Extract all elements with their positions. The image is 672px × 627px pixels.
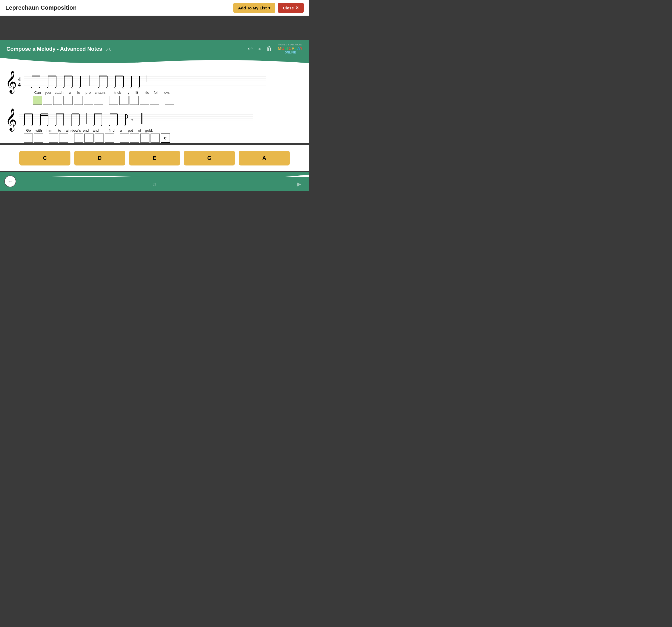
note-box-2-12[interactable]: [150, 133, 160, 143]
note-box-2-2[interactable]: [34, 133, 43, 143]
note-box-2-1[interactable]: [24, 133, 33, 143]
lyric-to: to: [55, 128, 65, 132]
speaker-icon[interactable]: ●: [258, 46, 261, 52]
lyric-rainbow: rain-bow's: [65, 128, 81, 132]
note-box-1-9[interactable]: [119, 96, 128, 105]
lyric-fellow: fel -: [151, 91, 162, 95]
lyric-find: find: [107, 128, 116, 132]
note-box-1-1[interactable]: [33, 96, 42, 105]
delete-button[interactable]: 🗑: [266, 45, 272, 52]
back-button[interactable]: ←: [4, 175, 16, 187]
lyric-tricky: trick -: [114, 91, 124, 95]
note-boxes-row-1: [33, 96, 304, 105]
note-button-d[interactable]: D: [74, 151, 125, 166]
note-box-2-3[interactable]: [49, 133, 58, 143]
lyric-with: with: [33, 128, 44, 132]
note-buttons-area: C D E G A: [0, 145, 309, 171]
svg-text:×: ×: [124, 124, 126, 128]
note-box-1-3[interactable]: [53, 96, 62, 105]
staff-notes-1: × × × × × × × × ×: [24, 71, 266, 90]
note-button-e[interactable]: E: [129, 151, 180, 166]
header: Leprechaun Composition Add To My List ▾ …: [0, 0, 309, 16]
note-box-2-5[interactable]: [74, 133, 83, 143]
lyrics-row-1: Can you catch a le - pre - chaun, trick …: [33, 91, 304, 95]
logo-subtitle: THEMES & VARIATIONS: [278, 44, 303, 46]
time-signature-1: 4 4: [18, 77, 21, 87]
svg-text:×: ×: [130, 86, 132, 90]
footer-notes-icon-right: ♫: [152, 181, 157, 187]
staff-notes-2: × × × × × × × ×: [19, 109, 253, 128]
note-box-2-c[interactable]: C: [161, 133, 170, 143]
note-box-2-10[interactable]: [130, 133, 139, 143]
staff-row-2: 𝄞 × × × × × ×: [5, 109, 304, 128]
notation-area: 𝄞 4 4 × × × ×: [0, 66, 309, 143]
lyric-end: end: [81, 128, 91, 132]
note-box-1-7[interactable]: [94, 96, 103, 105]
note-box-2-6[interactable]: [85, 133, 94, 143]
note-box-1-8[interactable]: [109, 96, 118, 105]
note-box-1-4[interactable]: [64, 96, 73, 105]
svg-text:×: ×: [79, 86, 81, 90]
note-box-2-9[interactable]: [120, 133, 129, 143]
note-box-1-13[interactable]: [165, 96, 174, 105]
note-box-2-7[interactable]: [95, 133, 104, 143]
note-box-1-6[interactable]: [84, 96, 93, 105]
close-icon: ✕: [295, 5, 299, 10]
treble-clef-2: 𝄞: [5, 109, 17, 130]
svg-text:×: ×: [39, 124, 41, 128]
add-to-list-label: Add To My List: [238, 6, 267, 10]
note-box-1-12[interactable]: [150, 96, 159, 105]
close-button[interactable]: Close ✕: [278, 3, 304, 13]
logo-online: ONLINE: [278, 51, 303, 54]
dark-bottom-area: [0, 191, 309, 234]
header-buttons: Add To My List ▾ Close ✕: [233, 3, 304, 13]
note-box-2-11[interactable]: [140, 133, 149, 143]
svg-text:×: ×: [100, 124, 102, 128]
note-box-1-10[interactable]: [129, 96, 139, 105]
clef-2: 𝄞: [5, 111, 18, 128]
note-box-1-11[interactable]: [140, 96, 149, 105]
chevron-down-icon: ▾: [268, 5, 270, 10]
lyric-you: you: [43, 91, 53, 95]
green-bar: Compose a Melody - Advanced Notes ♪♫ ↩ ●…: [0, 40, 309, 58]
note-button-g[interactable]: G: [184, 151, 235, 166]
svg-text:×: ×: [47, 86, 49, 90]
dark-top-area: [0, 16, 309, 40]
lyric-go: Go: [24, 128, 33, 132]
note-box-2-4[interactable]: [59, 133, 68, 143]
music-notes-decoration-icon: ♪♫: [105, 46, 112, 52]
svg-text:×: ×: [71, 86, 73, 90]
svg-text:×: ×: [138, 86, 140, 90]
svg-text:×: ×: [114, 86, 116, 90]
svg-text:×: ×: [63, 86, 65, 90]
add-to-list-button[interactable]: Add To My List ▾: [233, 3, 275, 13]
svg-text:×: ×: [47, 124, 49, 128]
compose-title-text: Compose a Melody - Advanced Notes: [6, 46, 102, 52]
svg-text:×: ×: [31, 124, 33, 128]
svg-text:×: ×: [108, 124, 111, 128]
musicplay-logo: THEMES & VARIATIONS MUSICPLAY ONLINE: [278, 44, 303, 54]
lyric-tle: tle: [143, 91, 151, 95]
note-box-1-5[interactable]: [74, 96, 83, 105]
note-boxes-row-2: C: [24, 133, 304, 143]
lyric-a: a: [65, 91, 75, 95]
lyric-can: Can: [33, 91, 43, 95]
lyric-gold: gold.: [144, 128, 154, 132]
note-button-c[interactable]: C: [19, 151, 70, 166]
lyric-and: and: [91, 128, 101, 132]
note-button-a[interactable]: A: [239, 151, 290, 166]
undo-button[interactable]: ↩: [248, 45, 253, 52]
lyric-pre: pre -: [85, 91, 94, 95]
svg-text:×: ×: [93, 124, 95, 128]
lyric-little: lit -: [133, 91, 143, 95]
toolbar-icons: ↩ ● 🗑 THEMES & VARIATIONS MUSICPLAY ONLI…: [248, 44, 303, 54]
note-box-1-2[interactable]: [43, 96, 52, 105]
lyric-low: low,: [162, 91, 171, 95]
compose-title: Compose a Melody - Advanced Notes ♪♫: [6, 46, 112, 52]
note-box-2-8[interactable]: [105, 133, 114, 143]
lyric-pot: pot: [125, 128, 135, 132]
svg-text:×: ×: [54, 86, 57, 90]
lyric-y: y: [124, 91, 133, 95]
svg-text:×: ×: [30, 86, 32, 90]
bottom-wave-area: ← ♪ ♫ ▶: [0, 172, 309, 191]
